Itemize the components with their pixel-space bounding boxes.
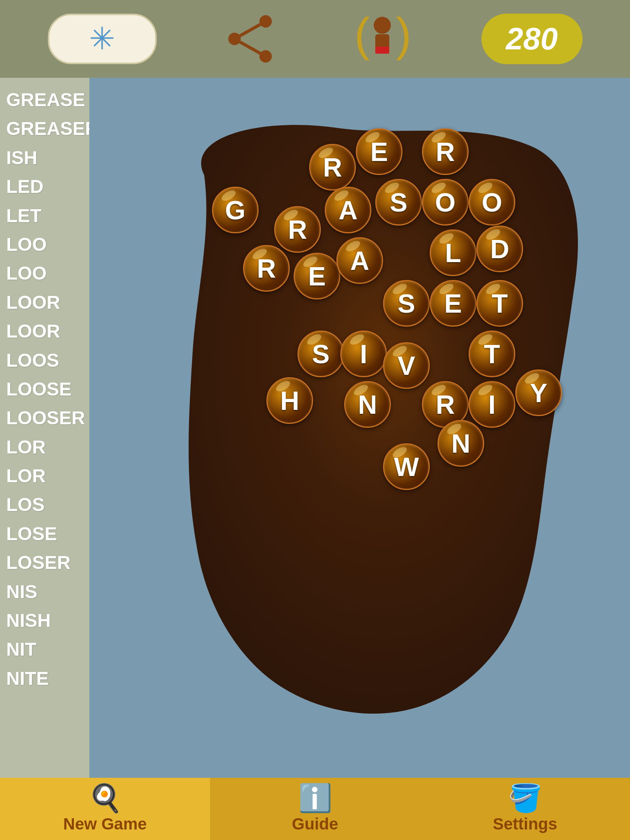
letter-tile[interactable]: Y — [515, 369, 562, 416]
word-item: LOO — [6, 259, 83, 288]
header: ✳ ( ) 280 — [0, 0, 630, 78]
word-item: GREASER — [6, 114, 83, 143]
letter-text: O — [435, 187, 456, 217]
word-item: LOR — [6, 433, 83, 462]
score-value: 280 — [506, 21, 558, 57]
letter-tile[interactable]: V — [383, 342, 430, 389]
letter-tile[interactable]: E — [356, 128, 402, 175]
new-game-label: New Game — [63, 815, 147, 833]
letter-text: A — [350, 245, 369, 276]
person-icon: ( ) — [351, 8, 413, 70]
letter-tile[interactable]: E — [430, 280, 476, 327]
letter-text: R — [288, 214, 307, 245]
letter-text: N — [358, 389, 377, 420]
svg-line-3 — [234, 21, 266, 39]
word-item: LOOSER — [6, 404, 83, 432]
word-item: LOOR — [6, 288, 83, 317]
letter-tile[interactable]: E — [294, 253, 340, 299]
letter-tile[interactable]: O — [469, 179, 515, 226]
share-icon — [227, 14, 277, 64]
letter-text: I — [488, 389, 496, 420]
person-button[interactable]: ( ) — [347, 8, 417, 70]
share-button[interactable] — [221, 8, 283, 70]
footer: 🍳 New Game ℹ️ Guide 🪣 Settings — [0, 778, 630, 840]
letter-text: R — [257, 253, 276, 284]
letter-text: I — [360, 339, 368, 369]
settings-icon: 🪣 — [508, 784, 542, 812]
word-item: NIT — [6, 635, 83, 664]
letter-text: N — [451, 428, 470, 458]
svg-rect-9 — [375, 47, 389, 54]
word-list: GREASEGREASERISHLEDLETLOOLOOLOORLOORLOOS… — [0, 78, 89, 778]
word-item: LOSER — [6, 548, 83, 577]
letter-text: R — [436, 136, 455, 167]
word-item: LED — [6, 172, 83, 201]
guide-icon: ℹ️ — [298, 784, 332, 812]
letter-text: L — [445, 238, 461, 268]
letter-text: R — [436, 389, 455, 420]
svg-line-4 — [234, 39, 266, 56]
letter-text: T — [492, 288, 508, 318]
word-item: LOOR — [6, 317, 83, 346]
letter-text: G — [225, 195, 246, 225]
letter-tile[interactable]: I — [340, 331, 387, 377]
letter-tile[interactable]: L — [430, 229, 476, 276]
svg-text:): ) — [396, 8, 411, 60]
letter-text: V — [397, 350, 415, 381]
word-item: LOOS — [6, 346, 83, 375]
letter-tile[interactable]: W — [383, 443, 430, 490]
word-item: LOS — [6, 490, 83, 519]
letter-tile[interactable]: S — [375, 179, 422, 226]
letter-tile[interactable]: A — [336, 237, 383, 284]
settings-label: Settings — [493, 815, 557, 833]
svg-text:(: ( — [354, 8, 370, 60]
letter-tile[interactable]: T — [469, 331, 515, 377]
letter-tile[interactable]: I — [469, 381, 515, 428]
letter-tile[interactable]: R — [422, 128, 469, 175]
letter-tile[interactable]: S — [383, 280, 430, 327]
letter-tile[interactable]: H — [266, 377, 313, 424]
blob-container: RERGRASOOREALDSETSIVTHNRIYNW — [126, 97, 593, 758]
letter-tile[interactable]: N — [344, 381, 391, 428]
main-area: GREASEGREASERISHLEDLETLOOLOOLOORLOORLOOS… — [0, 78, 630, 778]
letter-text: H — [280, 385, 299, 416]
word-item: LET — [6, 201, 83, 230]
letter-text: S — [390, 187, 407, 217]
flower-icon: ✳ — [89, 23, 115, 54]
flower-button[interactable]: ✳ — [48, 14, 157, 64]
letter-text: S — [397, 288, 415, 318]
letter-tile[interactable]: N — [438, 420, 484, 467]
word-item: ISH — [6, 144, 83, 172]
letter-tile[interactable]: R — [243, 245, 290, 292]
letter-text: T — [484, 339, 500, 369]
letter-tile[interactable]: T — [476, 280, 523, 327]
letter-tile[interactable]: S — [298, 331, 344, 377]
score-badge: 280 — [481, 14, 583, 64]
letter-tile[interactable]: D — [476, 226, 523, 272]
new-game-icon: 🍳 — [88, 784, 122, 812]
new-game-button[interactable]: 🍳 New Game — [0, 778, 210, 840]
settings-button[interactable]: 🪣 Settings — [420, 778, 630, 840]
letter-text: D — [490, 234, 509, 264]
letter-text: E — [370, 136, 388, 167]
letter-text: W — [394, 452, 419, 482]
svg-point-7 — [374, 17, 391, 34]
word-item: NITE — [6, 664, 83, 693]
letter-tile[interactable]: R — [309, 144, 356, 191]
word-item: LOOSE — [6, 375, 83, 404]
letter-tile[interactable]: G — [212, 187, 259, 233]
letter-tile[interactable]: O — [422, 179, 469, 226]
guide-label: Guide — [292, 815, 338, 833]
letter-text: R — [323, 152, 342, 182]
letter-text: E — [308, 261, 326, 291]
word-item: NISH — [6, 606, 83, 635]
letter-text: Y — [530, 378, 547, 408]
letter-text: O — [482, 187, 502, 217]
word-item: NIS — [6, 578, 83, 606]
letter-text: A — [338, 195, 357, 225]
game-area[interactable]: RERGRASOOREALDSETSIVTHNRIYNW — [89, 78, 630, 778]
guide-button[interactable]: ℹ️ Guide — [210, 778, 420, 840]
letter-text: S — [312, 339, 329, 369]
letter-tile[interactable]: R — [274, 206, 321, 253]
letter-tile[interactable]: A — [325, 187, 371, 233]
